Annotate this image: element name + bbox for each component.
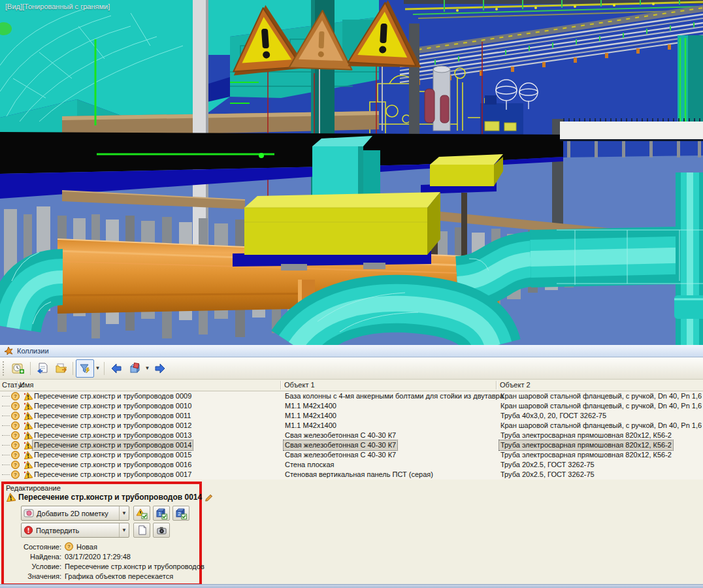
svg-text:?: ? [14, 472, 17, 478]
status-question-icon[interactable]: ? [11, 412, 20, 421]
collision-object1[interactable]: Стеновая вертикальная панель ПСТ (серая) [284, 470, 434, 480]
confirm-label: Подтвердить [36, 527, 119, 534]
status-question-icon[interactable]: ? [11, 441, 20, 451]
collision-object1[interactable]: М1.1 М42х1400 [284, 411, 338, 421]
collision-object2[interactable]: Труба электросварная прямошовная 820х12,… [499, 450, 673, 460]
status-question-icon[interactable]: ? [11, 402, 20, 412]
filter-icon [79, 363, 91, 374]
status-question-icon[interactable]: ? [11, 470, 20, 480]
collision-object1[interactable]: Свая железобетонная С 40-30 К7 [284, 450, 397, 460]
show-object1-button[interactable]: 1 [153, 506, 170, 521]
table-row[interactable]: ? Пересечение стр.констр и трубопроводов… [0, 450, 703, 460]
table-row[interactable]: ? Пересечение стр.констр и трубопроводов… [0, 431, 703, 440]
status-question-icon[interactable]: ? [11, 451, 20, 461]
tree-branch [2, 396, 10, 397]
collision-name[interactable]: Пересечение стр.констр и трубопроводов 0… [33, 391, 193, 401]
collision-object2[interactable]: Кран шаровой стальной фланцевый, с ручко… [499, 421, 703, 431]
collision-name[interactable]: Пересечение стр.констр и трубопроводов 0… [33, 450, 193, 460]
status-question-icon[interactable]: ? [11, 431, 20, 441]
confirm-icon [24, 525, 33, 535]
collision-type-icon [24, 412, 33, 421]
collision-object2[interactable]: Труба 20х2.5, ГОСТ 3262-75 [499, 460, 596, 470]
next-collision-button[interactable] [151, 359, 169, 378]
collision-object1[interactable]: Свая железобетонная С 40-30 К7 [284, 431, 397, 440]
collision-object1[interactable]: М1.1 М42х1400 [284, 421, 338, 431]
cube-1-check-icon: 1 [155, 508, 167, 519]
table-row[interactable]: ? Пересечение стр.констр и трубопроводов… [0, 460, 703, 470]
check-collisions-button[interactable] [9, 359, 27, 378]
collision-objects-dropdown-arrow[interactable]: ▼ [144, 365, 151, 371]
toolbar-grip[interactable] [3, 361, 7, 376]
collision-name[interactable]: Пересечение стр.констр и трубопроводов 0… [33, 421, 193, 431]
warning-check-icon [136, 508, 148, 519]
collision-type-icon [24, 402, 33, 412]
status-question-icon[interactable]: ? [11, 392, 20, 402]
add-2d-note-label: Добавить 2D пометку [37, 510, 119, 517]
values-label: Значения: [4, 572, 61, 580]
previous-collision-button[interactable] [107, 359, 125, 378]
table-row[interactable]: ? Пересечение стр.констр и трубопроводов… [0, 391, 703, 401]
status-question-icon[interactable]: ? [11, 421, 20, 431]
filter-dropdown-arrow[interactable]: ▼ [94, 365, 101, 371]
3d-viewport[interactable]: [Вид][Тонированный с гранями] [0, 0, 703, 345]
pile-cap-large[interactable] [233, 192, 440, 270]
table-row[interactable]: ? Пересечение стр.констр и трубопроводов… [0, 470, 703, 480]
approve-collision-button[interactable] [133, 506, 150, 521]
collision-name[interactable]: Пересечение стр.констр и трубопроводов 0… [33, 431, 193, 440]
column-separator[interactable] [17, 381, 18, 389]
collision-name[interactable]: Пересечение стр.констр и трубопроводов 0… [33, 411, 192, 421]
status-question-icon[interactable]: ? [11, 461, 20, 470]
column-separator[interactable] [496, 381, 497, 389]
table-row[interactable]: ? Пересечение стр.констр и трубопроводов… [0, 411, 703, 421]
open-report-button[interactable] [52, 359, 70, 378]
filter-button[interactable] [76, 359, 94, 378]
tree-branch [2, 465, 10, 465]
collisions-panel-titlebar[interactable]: Коллизии [0, 345, 703, 357]
collision-object2[interactable]: Кран шаровой стальной фланцевый, с ручко… [499, 391, 703, 401]
found-label: Найдена: [4, 553, 61, 561]
steel-column-mid[interactable] [409, 24, 419, 135]
table-row[interactable]: ? Пересечение стр.констр и трубопроводов… [0, 401, 703, 411]
collision-object2[interactable]: Труба 20х2.5, ГОСТ 3262-75 [499, 470, 596, 480]
collision-object1[interactable]: Стена плоская [284, 460, 335, 470]
column-header-name[interactable]: Имя [20, 381, 33, 389]
collision-name[interactable]: Пересечение стр.констр и трубопроводов 0… [33, 470, 193, 480]
collision-object2[interactable]: Кран шаровой стальной фланцевый, с ручко… [499, 401, 703, 411]
confirm-button[interactable]: Подтвердить ▼ [21, 523, 129, 538]
edit-pencil-icon[interactable] [204, 493, 214, 502]
confirm-dropdown[interactable]: ▼ [119, 523, 129, 537]
collision-object1[interactable]: Свая железобетонная С 40-30 К7 [284, 440, 397, 450]
collision-table-header[interactable]: Статус Имя Объект 1 Объект 2 [0, 380, 703, 391]
values-field: Значения: Графика объектов пересекается [4, 572, 173, 580]
column-separator[interactable] [280, 381, 282, 389]
collision-object2[interactable]: Труба электросварная прямошовная 820х12,… [499, 440, 673, 450]
collision-object1[interactable]: М1.1 М42х1400 [284, 401, 338, 411]
tree-branch [2, 474, 10, 475]
export-collisions-button[interactable] [33, 359, 52, 378]
collision-name[interactable]: Пересечение стр.констр и трубопроводов 0… [33, 401, 193, 411]
teal-wall-right[interactable] [678, 35, 703, 127]
values-value: Графика объектов пересекается [65, 572, 173, 580]
white-column[interactable] [193, 0, 208, 252]
collision-object2[interactable]: Труба 40х3,0, 20, ГОСТ 3262-75 [499, 411, 608, 421]
collision-name[interactable]: Пересечение стр.констр и трубопроводов 0… [33, 440, 193, 450]
table-row[interactable]: ? Пересечение стр.констр и трубопроводов… [0, 421, 703, 431]
collision-name[interactable]: Пересечение стр.констр и трубопроводов 0… [33, 460, 193, 470]
show-collision-objects-button[interactable] [125, 359, 144, 378]
state-value: Новая [76, 543, 97, 551]
new-note-button[interactable] [133, 523, 150, 538]
add-2d-note-dropdown[interactable]: ▼ [119, 506, 129, 520]
column-header-object1[interactable]: Объект 1 [284, 381, 315, 389]
column-header-object2[interactable]: Объект 2 [500, 381, 531, 389]
svg-text:?: ? [14, 442, 17, 448]
collision-object2[interactable]: Труба электросварная прямошовная 820х12,… [499, 431, 673, 440]
toolbar-separator [73, 362, 73, 375]
collision-type-icon [24, 431, 33, 441]
show-object2-button[interactable]: 2 [172, 506, 189, 521]
condition-value: Пересечение стр.констр и трубопроводов [65, 563, 204, 570]
state-label: Состояние: [4, 543, 61, 551]
add-2d-note-button[interactable]: Добавить 2D пометку ▼ [21, 506, 129, 521]
screenshot-button[interactable] [153, 523, 170, 538]
table-row[interactable]: ? Пересечение стр.констр и трубопроводов… [0, 440, 703, 450]
collision-object1[interactable]: База колонны с 4-мя анкерными болтами дл… [284, 391, 505, 401]
